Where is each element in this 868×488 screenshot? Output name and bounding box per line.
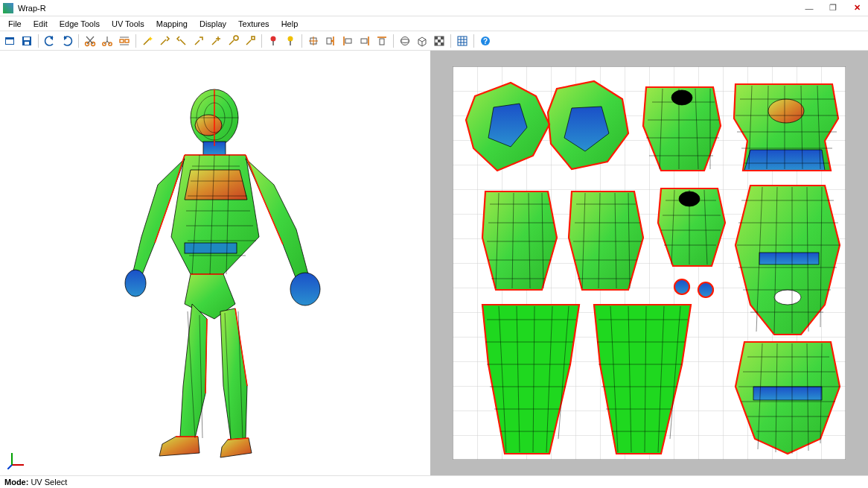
svg-rect-4 (24, 37, 30, 40)
workspace (0, 51, 868, 475)
menu-help[interactable]: Help (276, 19, 304, 29)
svg-line-28 (246, 40, 251, 45)
svg-rect-51 (435, 42, 438, 45)
align-edge-icon[interactable] (322, 33, 339, 49)
svg-rect-37 (327, 38, 331, 44)
svg-line-23 (212, 40, 217, 45)
svg-rect-80 (759, 253, 819, 264)
svg-point-30 (271, 36, 276, 41)
open-icon[interactable] (1, 33, 18, 49)
app-icon (3, 3, 13, 13)
wand-cross-icon[interactable] (208, 33, 224, 49)
svg-point-75 (671, 90, 692, 105)
svg-point-64 (125, 270, 146, 297)
svg-point-76 (768, 99, 804, 123)
sphere-icon[interactable] (397, 33, 413, 49)
svg-rect-82 (753, 387, 822, 400)
pin-yellow-icon[interactable] (282, 33, 299, 49)
toolbar-separator (78, 34, 79, 48)
svg-text:?: ? (483, 37, 488, 45)
separate-icon[interactable] (116, 33, 133, 49)
status-mode-value: UV Select (31, 478, 67, 487)
uv-layout (453, 66, 846, 460)
minimize-button[interactable]: — (804, 3, 814, 13)
viewport-3d[interactable] (0, 51, 430, 475)
svg-rect-48 (435, 37, 438, 39)
align-top-icon[interactable] (374, 33, 390, 49)
wand-icon[interactable] (139, 33, 156, 49)
svg-rect-49 (441, 37, 444, 39)
maximize-button[interactable]: ❐ (828, 3, 838, 13)
svg-rect-53 (458, 37, 467, 45)
window-controls: — ❐ ✕ (804, 3, 865, 13)
model-3d (0, 51, 430, 475)
svg-rect-5 (25, 42, 29, 45)
toolbar-separator (450, 34, 451, 48)
svg-line-71 (7, 465, 12, 469)
axis-gizmo (7, 450, 27, 469)
save-icon[interactable] (19, 33, 35, 49)
align-center-icon[interactable] (305, 33, 322, 49)
svg-line-8 (87, 37, 94, 44)
checker-icon[interactable] (431, 33, 447, 49)
svg-rect-44 (380, 39, 384, 45)
svg-point-46 (401, 39, 409, 42)
statusbar: Mode: UV Select (0, 475, 868, 488)
svg-point-45 (401, 37, 409, 45)
svg-rect-15 (120, 39, 124, 42)
toolbar: ? (0, 31, 868, 51)
viewport-uv[interactable] (430, 51, 868, 475)
toolbar-separator (135, 34, 136, 48)
wand-corner-icon[interactable] (191, 33, 207, 49)
svg-rect-42 (361, 39, 367, 43)
svg-line-20 (161, 39, 166, 45)
svg-rect-2 (6, 38, 13, 39)
svg-rect-40 (345, 39, 351, 43)
toolbar-separator (473, 34, 474, 48)
menubar: File Edit Edge Tools UV Tools Mapping Di… (0, 16, 868, 31)
svg-rect-52 (441, 42, 444, 45)
cut-icon[interactable] (82, 33, 98, 49)
wand-back-icon[interactable] (173, 33, 190, 49)
undo-icon[interactable] (42, 33, 58, 49)
redo-icon[interactable] (59, 33, 75, 49)
toolbar-separator (393, 34, 394, 48)
toolbar-separator (38, 34, 39, 48)
menu-mapping[interactable]: Mapping (151, 19, 193, 29)
grid-icon[interactable] (454, 33, 470, 49)
menu-display[interactable]: Display (194, 19, 232, 29)
svg-point-65 (290, 273, 320, 305)
svg-rect-50 (438, 39, 441, 42)
wand-ring-icon[interactable] (242, 33, 258, 49)
pin-red-icon[interactable] (265, 33, 281, 49)
toolbar-separator (301, 34, 302, 48)
svg-line-22 (195, 40, 200, 45)
titlebar: Wrap-R — ❐ ✕ (0, 0, 868, 16)
status-mode-label: Mode: (4, 478, 28, 487)
menu-textures[interactable]: Textures (233, 19, 275, 29)
svg-line-26 (229, 40, 234, 45)
window-title: Wrap-R (18, 4, 804, 13)
menu-uv-tools[interactable]: UV Tools (106, 19, 150, 29)
svg-line-21 (180, 39, 185, 45)
close-button[interactable]: ✕ (852, 3, 862, 13)
menu-file[interactable]: File (3, 19, 27, 29)
help-icon[interactable]: ? (477, 33, 494, 49)
svg-rect-29 (252, 37, 255, 39)
cut-edge-icon[interactable] (99, 33, 115, 49)
menu-edit[interactable]: Edit (28, 19, 53, 29)
menu-edge-tools[interactable]: Edge Tools (54, 19, 105, 29)
align-right-icon[interactable] (357, 33, 373, 49)
svg-point-27 (234, 36, 238, 40)
cube-icon[interactable] (414, 33, 430, 49)
toolbar-separator (261, 34, 262, 48)
svg-point-81 (774, 290, 801, 305)
svg-point-32 (288, 36, 293, 41)
svg-rect-16 (125, 39, 129, 42)
wand-forward-icon[interactable] (156, 33, 173, 49)
align-left-icon[interactable] (339, 33, 356, 49)
svg-line-9 (86, 37, 93, 44)
wand-loop-icon[interactable] (225, 33, 241, 49)
